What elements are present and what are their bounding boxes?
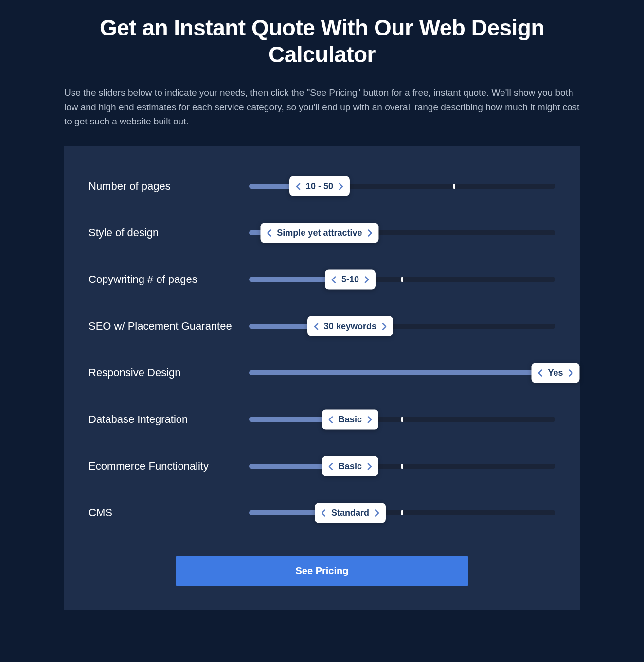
chevron-left-icon[interactable]: [266, 229, 273, 236]
slider-label-copywriting-of-pages: Copywriting # of pages: [89, 272, 249, 287]
slider-track-empty: [350, 417, 555, 422]
slider-database-integration[interactable]: Basic: [249, 410, 555, 429]
slider-row-style-of-design: Style of designSimple yet attractive: [89, 209, 555, 256]
chevron-right-icon[interactable]: [567, 369, 574, 376]
slider-style-of-design[interactable]: Simple yet attractive: [249, 223, 555, 243]
slider-tick: [453, 184, 455, 189]
slider-handle-database-integration[interactable]: Basic: [322, 409, 378, 429]
chevron-right-icon[interactable]: [380, 323, 387, 330]
slider-responsive-design[interactable]: Yes: [249, 363, 555, 383]
chevron-left-icon[interactable]: [328, 463, 335, 470]
slider-label-number-of-pages: Number of pages: [89, 179, 249, 193]
slider-seo-w-placement-guarantee[interactable]: 30 keywords: [249, 316, 555, 336]
chevron-left-icon[interactable]: [321, 509, 327, 516]
slider-value-style-of-design: Simple yet attractive: [273, 227, 366, 238]
slider-value-ecommerce-functionality: Basic: [335, 461, 366, 471]
slider-row-responsive-design: Responsive DesignYes: [89, 349, 555, 396]
slider-value-cms: Standard: [327, 507, 373, 518]
slider-row-ecommerce-functionality: Ecommerce FunctionalityBasic: [89, 443, 555, 489]
chevron-left-icon[interactable]: [331, 276, 338, 283]
page-description: Use the sliders below to indicate your n…: [64, 86, 580, 128]
slider-row-database-integration: Database IntegrationBasic: [89, 396, 555, 443]
chevron-left-icon[interactable]: [328, 416, 335, 423]
slider-tick: [401, 417, 403, 422]
slider-cms[interactable]: Standard: [249, 503, 555, 523]
chevron-right-icon[interactable]: [373, 509, 380, 516]
slider-label-style-of-design: Style of design: [89, 226, 249, 240]
slider-number-of-pages[interactable]: 10 - 50: [249, 176, 555, 196]
slider-value-database-integration: Basic: [335, 414, 366, 424]
slider-label-cms: CMS: [89, 505, 249, 520]
chevron-right-icon[interactable]: [337, 183, 344, 190]
slider-track-empty: [350, 464, 555, 469]
chevron-left-icon[interactable]: [313, 323, 320, 330]
slider-row-copywriting-of-pages: Copywriting # of pages5-10: [89, 256, 555, 303]
slider-value-copywriting-of-pages: 5-10: [338, 274, 363, 284]
chevron-left-icon[interactable]: [537, 369, 544, 376]
slider-track-fill: [249, 370, 555, 375]
slider-handle-style-of-design[interactable]: Simple yet attractive: [260, 223, 378, 243]
slider-row-number-of-pages: Number of pages10 - 50: [89, 163, 555, 209]
slider-label-responsive-design: Responsive Design: [89, 366, 249, 380]
slider-value-responsive-design: Yes: [544, 367, 567, 378]
chevron-left-icon[interactable]: [295, 183, 302, 190]
slider-handle-ecommerce-functionality[interactable]: Basic: [322, 456, 378, 476]
calculator-panel: Number of pages10 - 50Style of designSim…: [64, 146, 580, 610]
slider-row-cms: CMSStandard: [89, 489, 555, 536]
slider-track-empty: [350, 277, 555, 282]
slider-tick: [401, 277, 403, 282]
slider-label-database-integration: Database Integration: [89, 412, 249, 427]
slider-label-seo-w-placement-guarantee: SEO w/ Placement Guarantee: [89, 319, 249, 333]
chevron-right-icon[interactable]: [366, 416, 373, 423]
slider-tick: [401, 510, 403, 515]
chevron-right-icon[interactable]: [363, 276, 370, 283]
slider-handle-responsive-design[interactable]: Yes: [531, 363, 579, 383]
slider-label-ecommerce-functionality: Ecommerce Functionality: [89, 459, 249, 473]
page-title: Get an Instant Quote With Our Web Design…: [98, 15, 546, 68]
slider-row-seo-w-placement-guarantee: SEO w/ Placement Guarantee30 keywords: [89, 303, 555, 349]
slider-track-empty: [320, 184, 555, 189]
chevron-right-icon[interactable]: [366, 463, 373, 470]
slider-handle-cms[interactable]: Standard: [315, 503, 386, 523]
slider-handle-copywriting-of-pages[interactable]: 5-10: [325, 269, 376, 289]
slider-handle-number-of-pages[interactable]: 10 - 50: [289, 176, 350, 196]
slider-handle-seo-w-placement-guarantee[interactable]: 30 keywords: [307, 316, 393, 336]
see-pricing-button[interactable]: See Pricing: [176, 556, 468, 586]
slider-copywriting-of-pages[interactable]: 5-10: [249, 270, 555, 289]
slider-value-seo-w-placement-guarantee: 30 keywords: [320, 321, 380, 331]
chevron-right-icon[interactable]: [366, 229, 373, 236]
slider-tick: [401, 464, 403, 469]
slider-value-number-of-pages: 10 - 50: [302, 181, 337, 191]
slider-ecommerce-functionality[interactable]: Basic: [249, 456, 555, 476]
